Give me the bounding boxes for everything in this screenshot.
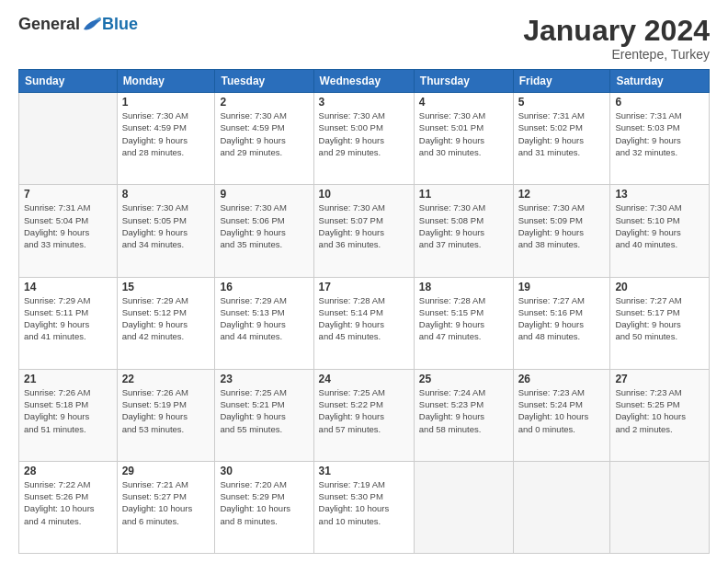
day-info: Sunrise: 7:30 AM Sunset: 5:08 PM Dayligh… xyxy=(419,201,508,250)
page: General Blue January 2024 Erentepe, Turk… xyxy=(0,0,728,563)
calendar-cell xyxy=(513,461,610,553)
calendar-cell: 26Sunrise: 7:23 AM Sunset: 5:24 PM Dayli… xyxy=(513,369,610,461)
calendar-cell: 8Sunrise: 7:30 AM Sunset: 5:05 PM Daylig… xyxy=(117,185,215,277)
day-info: Sunrise: 7:25 AM Sunset: 5:21 PM Dayligh… xyxy=(220,386,308,435)
header-friday: Friday xyxy=(513,70,610,93)
calendar-cell: 23Sunrise: 7:25 AM Sunset: 5:21 PM Dayli… xyxy=(215,369,313,461)
calendar-cell: 13Sunrise: 7:30 AM Sunset: 5:10 PM Dayli… xyxy=(610,185,710,277)
day-info: Sunrise: 7:31 AM Sunset: 5:02 PM Dayligh… xyxy=(518,109,606,158)
day-info: Sunrise: 7:30 AM Sunset: 5:01 PM Dayligh… xyxy=(419,109,508,158)
day-info: Sunrise: 7:30 AM Sunset: 5:00 PM Dayligh… xyxy=(319,109,409,158)
day-info: Sunrise: 7:19 AM Sunset: 5:30 PM Dayligh… xyxy=(319,478,409,527)
day-number: 9 xyxy=(220,188,308,201)
calendar-cell: 28Sunrise: 7:22 AM Sunset: 5:26 PM Dayli… xyxy=(19,461,118,553)
calendar-cell: 7Sunrise: 7:31 AM Sunset: 5:04 PM Daylig… xyxy=(19,185,118,277)
day-info: Sunrise: 7:30 AM Sunset: 5:10 PM Dayligh… xyxy=(615,201,704,250)
calendar-cell xyxy=(19,93,118,185)
header-saturday: Saturday xyxy=(610,70,710,93)
day-number: 3 xyxy=(319,96,409,109)
day-number: 7 xyxy=(24,188,112,201)
location: Erentepe, Turkey xyxy=(523,47,710,62)
day-number: 21 xyxy=(24,373,112,385)
calendar-cell: 21Sunrise: 7:26 AM Sunset: 5:18 PM Dayli… xyxy=(19,369,118,461)
calendar-cell: 24Sunrise: 7:25 AM Sunset: 5:22 PM Dayli… xyxy=(313,369,414,461)
day-info: Sunrise: 7:28 AM Sunset: 5:15 PM Dayligh… xyxy=(419,294,508,343)
calendar-cell: 4Sunrise: 7:30 AM Sunset: 5:01 PM Daylig… xyxy=(414,93,513,185)
header-tuesday: Tuesday xyxy=(215,70,313,93)
day-info: Sunrise: 7:30 AM Sunset: 4:59 PM Dayligh… xyxy=(220,109,308,158)
calendar-cell: 9Sunrise: 7:30 AM Sunset: 5:06 PM Daylig… xyxy=(215,185,313,277)
calendar-cell: 30Sunrise: 7:20 AM Sunset: 5:29 PM Dayli… xyxy=(215,461,313,553)
day-number: 19 xyxy=(518,281,606,293)
logo: General Blue xyxy=(18,15,138,34)
day-info: Sunrise: 7:26 AM Sunset: 5:18 PM Dayligh… xyxy=(24,386,112,435)
day-info: Sunrise: 7:27 AM Sunset: 5:17 PM Dayligh… xyxy=(615,294,704,343)
day-info: Sunrise: 7:28 AM Sunset: 5:14 PM Dayligh… xyxy=(319,294,409,343)
day-info: Sunrise: 7:26 AM Sunset: 5:19 PM Dayligh… xyxy=(122,386,210,435)
day-number: 12 xyxy=(518,188,606,201)
day-number: 8 xyxy=(122,188,210,201)
day-info: Sunrise: 7:23 AM Sunset: 5:25 PM Dayligh… xyxy=(615,386,704,435)
day-number: 29 xyxy=(122,465,210,477)
calendar-cell: 1Sunrise: 7:30 AM Sunset: 4:59 PM Daylig… xyxy=(117,93,215,185)
day-info: Sunrise: 7:30 AM Sunset: 5:09 PM Dayligh… xyxy=(518,201,606,250)
day-info: Sunrise: 7:29 AM Sunset: 5:11 PM Dayligh… xyxy=(24,294,112,343)
logo-bird-icon xyxy=(82,17,102,33)
day-number: 25 xyxy=(419,373,508,385)
day-info: Sunrise: 7:27 AM Sunset: 5:16 PM Dayligh… xyxy=(518,294,606,343)
day-info: Sunrise: 7:25 AM Sunset: 5:22 PM Dayligh… xyxy=(319,386,409,435)
day-number: 5 xyxy=(518,96,606,109)
day-number: 23 xyxy=(220,373,308,385)
day-number: 13 xyxy=(615,188,704,201)
day-number: 11 xyxy=(419,188,508,201)
day-info: Sunrise: 7:29 AM Sunset: 5:13 PM Dayligh… xyxy=(220,294,308,343)
month-title: January 2024 xyxy=(523,15,710,47)
calendar-cell: 25Sunrise: 7:24 AM Sunset: 5:23 PM Dayli… xyxy=(414,369,513,461)
header-sunday: Sunday xyxy=(19,70,118,93)
calendar-cell xyxy=(414,461,513,553)
day-number: 6 xyxy=(615,96,704,109)
calendar-cell: 3Sunrise: 7:30 AM Sunset: 5:00 PM Daylig… xyxy=(313,93,414,185)
calendar-table: Sunday Monday Tuesday Wednesday Thursday… xyxy=(18,69,710,554)
day-number: 30 xyxy=(220,465,308,477)
day-number: 14 xyxy=(24,281,112,293)
day-info: Sunrise: 7:21 AM Sunset: 5:27 PM Dayligh… xyxy=(122,478,210,527)
header-wednesday: Wednesday xyxy=(313,70,414,93)
day-info: Sunrise: 7:30 AM Sunset: 5:06 PM Dayligh… xyxy=(220,201,308,250)
day-number: 26 xyxy=(518,373,606,385)
day-info: Sunrise: 7:24 AM Sunset: 5:23 PM Dayligh… xyxy=(419,386,508,435)
day-number: 20 xyxy=(615,281,704,293)
day-info: Sunrise: 7:22 AM Sunset: 5:26 PM Dayligh… xyxy=(24,478,112,527)
calendar-cell: 11Sunrise: 7:30 AM Sunset: 5:08 PM Dayli… xyxy=(414,185,513,277)
day-info: Sunrise: 7:29 AM Sunset: 5:12 PM Dayligh… xyxy=(122,294,210,343)
day-info: Sunrise: 7:31 AM Sunset: 5:04 PM Dayligh… xyxy=(24,201,112,250)
day-number: 18 xyxy=(419,281,508,293)
calendar-week-3: 21Sunrise: 7:26 AM Sunset: 5:18 PM Dayli… xyxy=(19,369,710,461)
calendar-cell: 19Sunrise: 7:27 AM Sunset: 5:16 PM Dayli… xyxy=(513,277,610,369)
day-info: Sunrise: 7:30 AM Sunset: 5:05 PM Dayligh… xyxy=(122,201,210,250)
day-number: 27 xyxy=(615,373,704,385)
title-section: January 2024 Erentepe, Turkey xyxy=(523,15,710,62)
header-monday: Monday xyxy=(117,70,215,93)
calendar-cell xyxy=(610,461,710,553)
day-number: 28 xyxy=(24,465,112,477)
calendar-week-4: 28Sunrise: 7:22 AM Sunset: 5:26 PM Dayli… xyxy=(19,461,710,553)
calendar-week-1: 7Sunrise: 7:31 AM Sunset: 5:04 PM Daylig… xyxy=(19,185,710,277)
day-info: Sunrise: 7:30 AM Sunset: 4:59 PM Dayligh… xyxy=(122,109,210,158)
calendar-cell: 16Sunrise: 7:29 AM Sunset: 5:13 PM Dayli… xyxy=(215,277,313,369)
day-number: 2 xyxy=(220,96,308,109)
calendar-cell: 17Sunrise: 7:28 AM Sunset: 5:14 PM Dayli… xyxy=(313,277,414,369)
day-number: 16 xyxy=(220,281,308,293)
day-number: 15 xyxy=(122,281,210,293)
calendar-cell: 27Sunrise: 7:23 AM Sunset: 5:25 PM Dayli… xyxy=(610,369,710,461)
day-number: 24 xyxy=(319,373,409,385)
calendar-cell: 2Sunrise: 7:30 AM Sunset: 4:59 PM Daylig… xyxy=(215,93,313,185)
day-info: Sunrise: 7:30 AM Sunset: 5:07 PM Dayligh… xyxy=(319,201,409,250)
calendar-cell: 15Sunrise: 7:29 AM Sunset: 5:12 PM Dayli… xyxy=(117,277,215,369)
logo-blue-text: Blue xyxy=(102,15,138,34)
calendar-cell: 22Sunrise: 7:26 AM Sunset: 5:19 PM Dayli… xyxy=(117,369,215,461)
calendar-week-2: 14Sunrise: 7:29 AM Sunset: 5:11 PM Dayli… xyxy=(19,277,710,369)
day-info: Sunrise: 7:31 AM Sunset: 5:03 PM Dayligh… xyxy=(615,109,704,158)
header: General Blue January 2024 Erentepe, Turk… xyxy=(18,15,710,62)
calendar-cell: 31Sunrise: 7:19 AM Sunset: 5:30 PM Dayli… xyxy=(313,461,414,553)
